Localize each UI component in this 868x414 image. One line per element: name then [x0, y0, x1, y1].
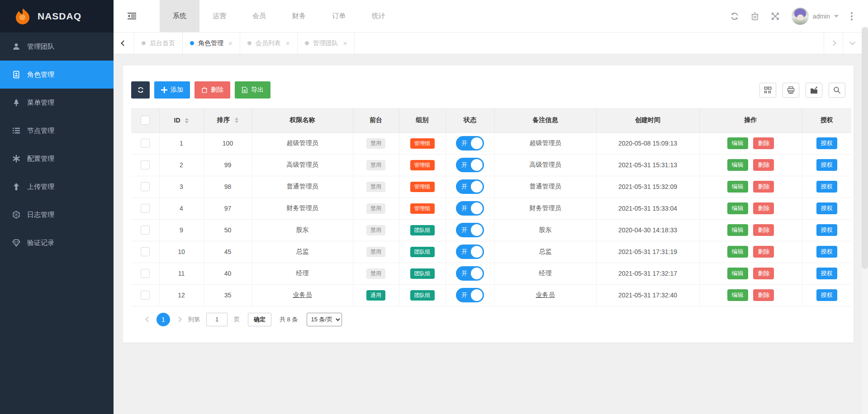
open-tab-会员列表[interactable]: 会员列表 × [240, 33, 298, 54]
topnav-menu-统计[interactable]: 统计 [359, 0, 398, 32]
auth-button[interactable]: 授权 [816, 224, 837, 236]
tabs-scroll-right-button[interactable] [824, 33, 843, 54]
cell-actions: 编辑 删除 [699, 219, 802, 241]
open-tab-管理团队[interactable]: 管理团队 × [298, 33, 355, 54]
status-toggle[interactable]: 开 [456, 288, 484, 302]
cell-status: 开 [446, 219, 494, 241]
row-checkbox[interactable] [141, 247, 150, 256]
export-button[interactable]: 导出 [235, 81, 270, 99]
next-page-button[interactable] [173, 314, 185, 325]
open-tab-后台首页[interactable]: 后台首页 [134, 33, 183, 54]
scrollbar-thumb[interactable] [862, 27, 868, 269]
auth-button[interactable]: 授权 [816, 246, 837, 258]
status-toggle[interactable]: 开 [456, 136, 484, 151]
sidebar-item-角色管理[interactable]: 角色管理 [0, 61, 114, 89]
row-checkbox[interactable] [141, 204, 150, 213]
topnav-menu-财务[interactable]: 财务 [279, 0, 319, 32]
tabs-scroll-left-button[interactable] [114, 33, 134, 54]
row-checkbox[interactable] [141, 139, 150, 148]
auth-button[interactable]: 授权 [816, 137, 837, 149]
table-row: 12 35 业务员 通用 团队组 开 业务员 2021-05-31 17:32:… [131, 284, 851, 306]
scrollbar-track[interactable] [862, 27, 868, 414]
status-toggle[interactable]: 开 [456, 245, 484, 259]
sort-icon[interactable] [235, 118, 238, 123]
goto-page-input[interactable] [206, 313, 228, 326]
sidebar-item-上传管理[interactable]: 上传管理 [0, 173, 114, 201]
topnav-menu-系统[interactable]: 系统 [160, 0, 199, 32]
edit-button[interactable]: 编辑 [727, 246, 748, 258]
row-delete-button[interactable]: 删除 [753, 268, 774, 279]
row-checkbox[interactable] [141, 269, 150, 278]
row-delete-button[interactable]: 删除 [753, 159, 774, 171]
cell-select [131, 284, 159, 306]
fullscreen-icon[interactable] [771, 12, 779, 20]
tab-bar: 后台首页 角色管理 × 会员列表 × 管理团队 × [114, 33, 862, 54]
delete-button[interactable]: 删除 [194, 81, 230, 99]
row-delete-button[interactable]: 删除 [753, 246, 774, 258]
add-button[interactable]: 添加 [154, 81, 190, 99]
open-tab-角色管理[interactable]: 角色管理 × [183, 33, 240, 54]
topnav-menu-会员[interactable]: 会员 [239, 0, 279, 32]
sidebar-item-验证记录[interactable]: 验证记录 [0, 229, 114, 257]
status-toggle[interactable]: 开 [456, 266, 484, 281]
row-checkbox[interactable] [141, 291, 150, 300]
close-tab-icon[interactable]: × [286, 39, 290, 47]
tabs-list-button[interactable] [843, 33, 862, 54]
brand[interactable]: NASDAQ [0, 0, 114, 33]
row-delete-button[interactable]: 删除 [753, 289, 774, 301]
sidebar-item-节点管理[interactable]: 节点管理 [0, 117, 114, 145]
columns-toggle-button[interactable] [759, 83, 776, 98]
sidebar-item-日志管理[interactable]: 日志管理 [0, 201, 114, 229]
row-delete-button[interactable]: 删除 [753, 224, 774, 236]
page-number[interactable]: 1 [157, 313, 170, 326]
sidebar-toggle-icon[interactable] [114, 0, 150, 32]
topnav-menu-订单[interactable]: 订单 [319, 0, 359, 32]
edit-button[interactable]: 编辑 [727, 137, 748, 149]
row-checkbox[interactable] [141, 160, 150, 169]
prev-page-button[interactable] [142, 314, 154, 325]
row-delete-button[interactable]: 删除 [753, 181, 774, 193]
refresh-button[interactable] [131, 81, 150, 99]
row-checkbox[interactable] [141, 182, 150, 191]
export-data-button[interactable] [806, 83, 822, 98]
refresh-icon[interactable] [730, 12, 739, 20]
column-header-ID[interactable]: ID [159, 108, 204, 132]
edit-button[interactable]: 编辑 [727, 268, 748, 279]
status-toggle[interactable]: 开 [456, 201, 484, 216]
edit-button[interactable]: 编辑 [727, 181, 748, 193]
status-toggle[interactable]: 开 [456, 158, 484, 172]
edit-button[interactable]: 编辑 [727, 224, 748, 236]
per-page-select[interactable]: 15 条/页 [307, 313, 342, 326]
trash-icon[interactable] [751, 12, 759, 20]
sidebar-item-菜单管理[interactable]: 菜单管理 [0, 89, 114, 117]
sidebar-item-管理团队[interactable]: 管理团队 [0, 33, 114, 61]
sort-icon[interactable] [185, 118, 189, 123]
edit-button[interactable]: 编辑 [727, 202, 748, 214]
more-options-icon[interactable] [851, 12, 853, 20]
sidebar-item-label: 配置管理 [27, 155, 54, 163]
goto-confirm-button[interactable]: 确定 [248, 313, 271, 326]
close-tab-icon[interactable]: × [228, 39, 232, 47]
auth-button[interactable]: 授权 [816, 268, 837, 279]
status-toggle[interactable]: 开 [456, 223, 484, 237]
column-header-排序[interactable]: 排序 [204, 108, 252, 132]
search-button[interactable] [829, 83, 845, 98]
auth-button[interactable]: 授权 [816, 181, 837, 193]
row-checkbox[interactable] [141, 226, 150, 235]
cell-created: 2021-05-31 15:33:04 [596, 198, 699, 219]
status-toggle[interactable]: 开 [456, 179, 484, 194]
user-menu[interactable]: admin [792, 8, 839, 25]
auth-button[interactable]: 授权 [816, 159, 837, 171]
edit-button[interactable]: 编辑 [727, 159, 748, 171]
close-tab-icon[interactable]: × [343, 39, 347, 47]
select-all-checkbox[interactable] [141, 116, 150, 125]
sidebar-item-配置管理[interactable]: 配置管理 [0, 145, 114, 173]
edit-button[interactable]: 编辑 [727, 289, 748, 301]
row-delete-button[interactable]: 删除 [753, 137, 774, 149]
print-button[interactable] [783, 83, 799, 98]
cell-role-name: 高级管理员 [252, 154, 353, 176]
row-delete-button[interactable]: 删除 [753, 202, 774, 214]
auth-button[interactable]: 授权 [816, 289, 837, 301]
topnav-menu-运营[interactable]: 运营 [199, 0, 239, 32]
auth-button[interactable]: 授权 [816, 202, 837, 214]
